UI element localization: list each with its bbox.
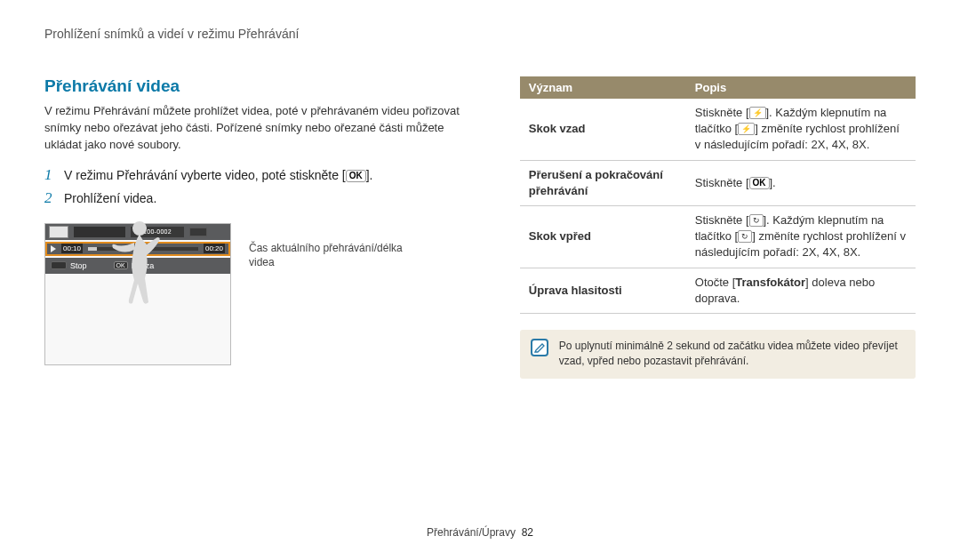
table-header-desc: Popis [686,76,916,99]
step-number: 1 [44,166,64,184]
row-label: Skok vzad [520,99,686,160]
battery-icon [189,228,207,236]
transfokator-bold: Transfokátor [735,276,805,289]
note-box: Po uplynutí minimálně 2 sekund od začátk… [520,330,916,379]
left-column: Přehrávání videa V režimu Přehrávání můž… [44,76,467,379]
note-icon [531,339,548,356]
ok-icon: OK [346,170,366,182]
row-desc: Otočte [Transfokátor] doleva nebo doprav… [686,268,916,313]
row-desc: Stiskněte [OK]. [686,160,916,205]
intro-paragraph: V režimu Přehrávání můžete prohlížet vid… [44,103,467,154]
flash-icon: ⚡ [738,123,755,135]
row-label: Skok vpřed [520,205,686,268]
section-title: Přehrávání videa [44,76,467,96]
stop-label: Stop [70,261,87,270]
table-row: Skok vzad Stiskněte [⚡]. Každým klepnutí… [520,99,916,160]
screenshot-area: 100-0002 00:10 00:20 [44,223,467,365]
table-row: Přerušení a pokračování přehrávání Stisk… [520,160,916,205]
row-label: Úprava hlasitosti [520,268,686,313]
note-text: Po uplynutí minimálně 2 sekund od začátk… [559,339,905,370]
play-icon [51,245,56,252]
row-desc: Stiskněte [⚡]. Každým klepnutím na tlačí… [686,99,916,160]
flash-icon: ⚡ [749,107,766,119]
timeline-annotation: Čas aktuálního přehrávání/délka videa [249,223,418,365]
time-current: 00:10 [61,244,83,253]
time-total: 00:20 [204,244,225,253]
step-text-trailing: ]. [366,168,373,182]
step-number: 2 [44,189,64,207]
timer-icon: ↻ [738,230,752,243]
table-row: Úprava hlasitosti Otočte [Transfokátor] … [520,268,916,313]
footer-section: Přehrávání/Úpravy [427,526,516,539]
camera-screen: 100-0002 00:10 00:20 [44,223,231,365]
timer-icon: ↻ [749,214,764,227]
step-text-body: V režimu Přehrávání vyberte video, poté … [64,168,346,182]
breadcrumb: Prohlížení snímků a videí v režimu Přehr… [44,27,916,41]
step-text: Prohlížení videa. [64,191,156,205]
step-text: V režimu Přehrávání vyberte video, poté … [64,168,373,182]
step-2: 2 Prohlížení videa. [44,189,467,207]
controls-table: Význam Popis Skok vzad Stiskněte [⚡]. Ka… [520,76,916,314]
row-label: Přerušení a pokračování přehrávání [520,160,686,205]
svg-point-0 [132,221,147,236]
right-column: Význam Popis Skok vzad Stiskněte [⚡]. Ka… [520,76,916,379]
footer-page-number: 82 [522,526,533,539]
table-header-meaning: Význam [520,76,686,99]
ok-icon: OK [749,177,770,189]
camera-thumbnail [49,226,68,238]
back-icon [51,261,67,269]
stop-button: Stop [51,261,87,270]
page-footer: Přehrávání/Úpravy 82 [0,526,960,539]
row-desc: Stiskněte [↻]. Každým klepnutím na tlačí… [686,205,916,268]
table-row: Skok vpřed Stiskněte [↻]. Každým klepnut… [520,205,916,268]
step-1: 1 V režimu Přehrávání vyberte video, pot… [44,166,467,184]
dancer-silhouette [102,218,173,307]
